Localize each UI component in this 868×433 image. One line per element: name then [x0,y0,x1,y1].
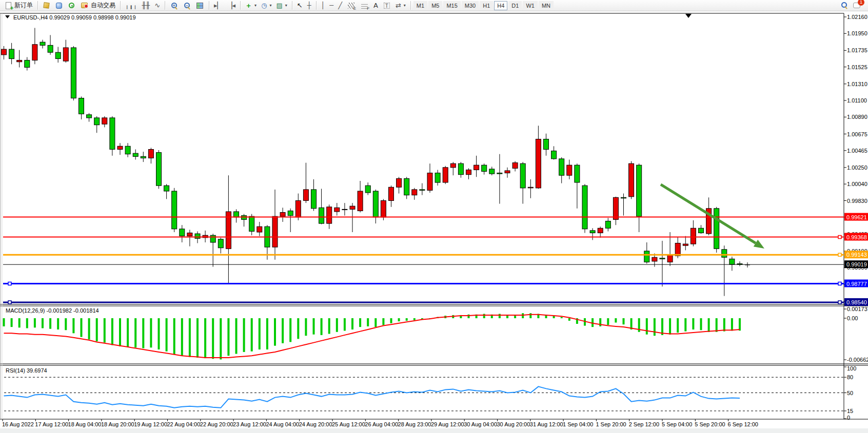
templates-button[interactable]: ▨▾ [274,1,289,11]
svg-text:50: 50 [847,390,853,396]
toolbar-separator [209,1,209,10]
timeframe-switcher: M1M5M15M30H1H4D1W1MN [413,1,554,10]
timeframe-button-m1[interactable]: M1 [413,1,427,10]
bar-chart-button[interactable]: ╷╻╷ [123,1,139,11]
trendline-button[interactable]: ╱ [336,1,344,11]
svg-text:0.99019: 0.99019 [846,261,867,267]
zoom-out-icon: − [184,3,190,8]
horizontal-line-icon: ─ [329,2,333,10]
candle-chart-button[interactable]: ╫╫ [140,1,152,11]
line-handle [838,282,841,285]
svg-text:0.99621: 0.99621 [846,214,867,220]
crosshair-button[interactable]: ┼ [305,1,313,11]
timeframe-button-mn[interactable]: MN [539,1,554,10]
line-chart-button[interactable]: ∿ [152,1,162,11]
svg-text:29 Aug 12:00: 29 Aug 12:00 [431,421,464,427]
auto-scroll-button[interactable]: ▸▏ [212,1,225,11]
svg-text:1.01735: 1.01735 [847,47,867,53]
timeframe-button-d1[interactable]: D1 [508,1,522,10]
text-label-icon: T [384,3,390,9]
svg-text:0.99368: 0.99368 [846,234,867,240]
autotrading-button[interactable]: 自动交易 [78,1,117,11]
svg-text:22 Aug 20:00: 22 Aug 20:00 [200,421,233,427]
equidistant-channel-icon: E [348,3,354,9]
zoom-in-icon: + [171,3,177,8]
new-order-label: 新订单 [14,1,33,10]
svg-text:0.99143: 0.99143 [846,252,867,258]
chart-shift-button[interactable]: ▕◂ [225,1,238,11]
fibonacci-button[interactable]: F [358,1,371,11]
svg-text:31 Aug 12:00: 31 Aug 12:00 [530,421,563,427]
toolbar-separator [410,1,411,10]
chevron-down-icon: ▾ [254,3,257,8]
periods-button[interactable]: ◷▾ [259,1,273,11]
tile-windows-icon [196,3,203,9]
toolbar-separator [37,1,38,10]
rsi-label: RSI(14) 39.6974 [6,367,47,374]
svg-text:1 Sep 20:00: 1 Sep 20:00 [596,421,626,427]
svg-text:15: 15 [847,408,853,414]
text-icon: A [373,2,378,10]
toolbar-separator [292,1,292,10]
svg-text:1.01525: 1.01525 [847,64,867,70]
svg-text:5 Sep 04:00: 5 Sep 04:00 [662,421,692,427]
signal-icon [69,3,74,8]
cursor-icon: ↖ [297,2,303,10]
text-label-button[interactable]: T [381,1,393,11]
chart-window: 1.021601.019501.017351.015251.013101.011… [0,11,868,433]
chart-canvas[interactable]: 1.021601.019501.017351.015251.013101.011… [0,11,868,433]
bars-chart-icon: ╷╻╷ [125,2,137,10]
vertical-line-button[interactable]: │ [319,1,327,11]
vertical-line-icon: │ [321,2,325,10]
timeframe-button-m30[interactable]: M30 [462,1,479,10]
toolbar-separator [165,1,165,10]
svg-text:16 Aug 2022: 16 Aug 2022 [2,421,34,427]
signals-button[interactable] [66,1,77,11]
svg-text:0.99830: 0.99830 [847,198,867,204]
svg-text:23 Aug 12:00: 23 Aug 12:00 [233,421,266,427]
notifications-button[interactable]: 1 [851,1,863,11]
zoom-in-button[interactable]: + [168,1,180,11]
macd-label: MACD(12,26,9) -0.001982 -0.001814 [6,307,99,314]
svg-text:0.98540: 0.98540 [846,299,867,305]
template-icon: ▨ [276,2,282,10]
toolbar: + 新订单 自动交易 ╷╻╷ ╫╫ ∿ + − ▸▏ ▕◂ ＋▾ ◷▾ ▨▾ ↖… [0,0,868,11]
indicators-button[interactable]: ＋▾ [243,1,259,11]
search-button[interactable] [838,1,850,11]
svg-text:6 Sep 12:00: 6 Sep 12:00 [728,421,758,427]
arrows-button[interactable]: ⇄▾ [393,1,408,11]
cursor-button[interactable]: ↖ [295,1,305,11]
channel-button[interactable]: E [345,1,358,11]
timeframe-button-m15[interactable]: M15 [443,1,460,10]
timeframe-button-w1[interactable]: W1 [523,1,538,10]
svg-text:18 Aug 04:00: 18 Aug 04:00 [68,421,102,427]
svg-text:1.00675: 1.00675 [847,131,867,137]
line-chart-icon: ∿ [154,2,160,10]
market-watch-button[interactable] [41,1,52,11]
svg-text:19 Aug 12:00: 19 Aug 12:00 [134,421,167,427]
timeframe-button-m5[interactable]: M5 [428,1,442,10]
svg-text:0.001737: 0.001737 [847,306,868,312]
zoom-out-button[interactable]: − [181,1,193,11]
svg-text:100: 100 [847,365,856,372]
gold-cube-icon [43,2,49,8]
svg-text:1.01310: 1.01310 [847,81,867,87]
horizontal-line-button[interactable]: ─ [327,1,336,11]
clock-icon: ◷ [261,2,267,10]
line-handle [838,301,841,304]
svg-text:1 Sep 04:00: 1 Sep 04:00 [563,421,593,427]
new-order-button[interactable]: + 新订单 [2,1,35,11]
text-button[interactable]: A [371,1,380,11]
bottom-strip [0,428,868,433]
notification-badge: 1 [858,0,864,6]
navigator-button[interactable] [53,1,65,11]
timeframe-button-h1[interactable]: H1 [480,1,493,10]
new-order-icon: + [6,2,11,9]
timeframe-button-h4[interactable]: H4 [494,1,507,10]
svg-text:1.00040: 1.00040 [847,181,867,187]
svg-text:1.02160: 1.02160 [847,14,867,20]
tile-windows-button[interactable] [193,1,206,11]
svg-text:24 Aug 04:00: 24 Aug 04:00 [266,421,299,427]
autotrading-label: 自动交易 [91,1,115,10]
svg-text:17 Aug 12:00: 17 Aug 12:00 [35,421,68,427]
